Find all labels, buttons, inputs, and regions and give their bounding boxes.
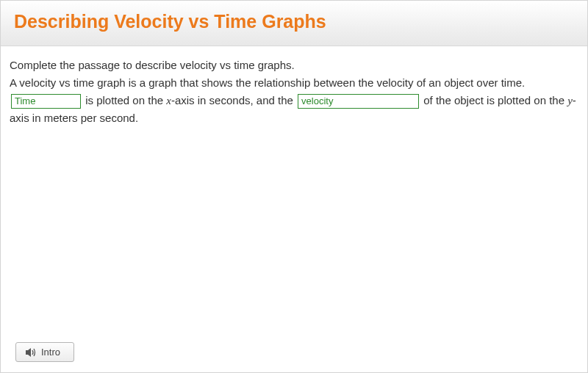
header-bar: Describing Velocity vs Time Graphs	[1, 1, 587, 46]
seg-text: of the object is plotted on the	[420, 94, 567, 106]
seg-text: -axis in seconds, and the	[171, 94, 296, 106]
x-axis-letter: x	[166, 95, 171, 106]
blank-velocity[interactable]: velocity	[298, 94, 419, 109]
speaker-icon	[25, 347, 37, 358]
footer-area: Intro	[15, 342, 74, 362]
intro-button-label: Intro	[41, 347, 60, 358]
definition-line: A velocity vs time graph is a graph that…	[10, 74, 578, 92]
passage-content: Complete the passage to describe velocit…	[1, 46, 587, 136]
y-axis-letter: y	[567, 95, 573, 106]
intro-button[interactable]: Intro	[15, 342, 74, 362]
page-title: Describing Velocity vs Time Graphs	[14, 11, 574, 32]
instruction-line: Complete the passage to describe velocit…	[10, 57, 578, 74]
blank-time[interactable]: Time	[11, 94, 81, 109]
fill-line: Time is plotted on the x-axis in seconds…	[10, 92, 578, 127]
seg-text: is plotted on the	[82, 94, 166, 106]
